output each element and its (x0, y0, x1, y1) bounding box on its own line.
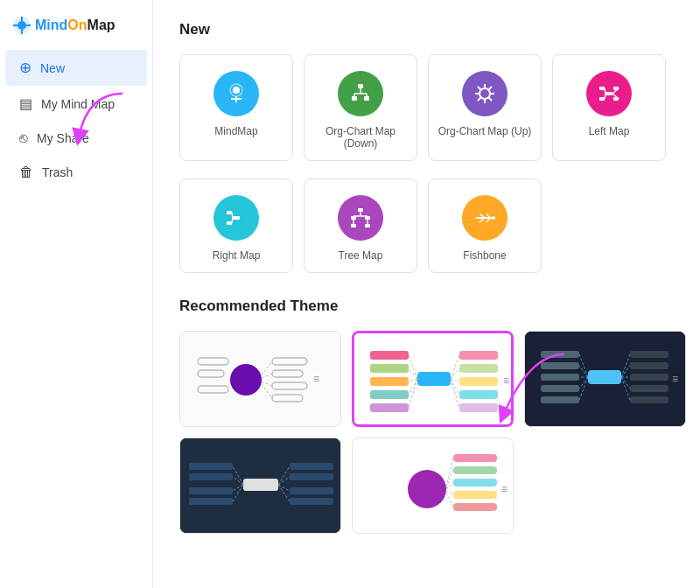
org-chart-up-icon (462, 71, 508, 116)
svg-line-30 (605, 94, 606, 99)
svg-rect-75 (370, 403, 409, 412)
svg-rect-116 (243, 479, 278, 491)
tree-map-label: Tree Map (339, 249, 383, 262)
svg-rect-85 (459, 403, 498, 412)
my-share-icon: ⎋ (19, 130, 28, 146)
svg-point-56 (230, 364, 262, 396)
sidebar-item-my-mind-map[interactable]: ▤ My Mind Map (5, 87, 147, 121)
svg-rect-40 (358, 208, 363, 212)
svg-rect-97 (541, 385, 579, 392)
svg-line-29 (605, 88, 606, 94)
svg-rect-26 (606, 92, 612, 95)
mindmap-icon (214, 71, 259, 116)
map-card-tree-map[interactable]: Tree Map (304, 178, 417, 273)
svg-rect-106 (630, 374, 668, 381)
svg-text:≡: ≡ (313, 373, 319, 385)
svg-rect-98 (541, 396, 579, 403)
svg-rect-118 (189, 473, 233, 480)
svg-rect-108 (630, 396, 668, 403)
sidebar: MindOnMap ⊕ New ▤ My Mind Map ⎋ My Share… (0, 0, 153, 588)
new-section-title: New (179, 21, 674, 38)
svg-line-39 (232, 218, 233, 223)
left-map-icon (586, 71, 632, 116)
svg-text:≡: ≡ (503, 374, 509, 387)
svg-rect-73 (370, 377, 409, 386)
svg-rect-37 (227, 221, 232, 225)
right-map-icon (214, 195, 259, 241)
svg-rect-117 (189, 463, 233, 470)
map-card-org-down[interactable]: Org-Chart Map (Down) (304, 54, 417, 161)
theme-card-4[interactable] (179, 438, 341, 534)
svg-rect-28 (599, 97, 605, 101)
map-card-fishbone[interactable]: Fishbone (428, 178, 542, 273)
svg-rect-139 (453, 503, 497, 511)
svg-rect-70 (417, 372, 451, 386)
theme-grid: ≡ (179, 331, 674, 534)
svg-rect-95 (541, 362, 579, 369)
org-chart-up-label: Org-Chart Map (Up) (438, 125, 532, 137)
my-mind-map-icon: ▤ (19, 95, 32, 112)
logo: MindOnMap (0, 9, 152, 49)
svg-line-22 (478, 87, 481, 90)
svg-text:≡: ≡ (501, 483, 508, 495)
svg-point-134 (408, 470, 446, 508)
svg-rect-94 (541, 351, 579, 358)
svg-text:≡: ≡ (672, 373, 678, 385)
svg-rect-125 (290, 463, 333, 470)
svg-point-17 (480, 88, 490, 99)
theme-card-5[interactable]: ≡ (352, 438, 514, 534)
org-chart-down-label: Org-Chart Map (Down) (313, 125, 408, 150)
svg-line-23 (489, 87, 493, 90)
svg-rect-43 (351, 224, 356, 228)
new-icon: ⊕ (19, 59, 32, 77)
svg-rect-84 (459, 390, 498, 399)
svg-rect-71 (370, 351, 409, 360)
svg-rect-93 (588, 370, 621, 384)
svg-rect-83 (459, 377, 498, 386)
svg-rect-119 (189, 487, 233, 494)
svg-rect-11 (352, 96, 357, 101)
sidebar-item-new[interactable]: ⊕ New (5, 50, 147, 86)
svg-rect-138 (453, 491, 497, 499)
org-chart-down-icon (338, 71, 383, 116)
svg-rect-137 (453, 479, 497, 486)
svg-rect-35 (233, 216, 240, 220)
sidebar-item-new-label: New (40, 61, 65, 75)
svg-rect-136 (453, 466, 497, 474)
sidebar-item-trash-label: Trash (42, 165, 73, 179)
sidebar-item-my-share-label: My Share (37, 131, 89, 145)
svg-rect-128 (290, 498, 333, 505)
map-card-right-map[interactable]: Right Map (179, 178, 293, 273)
svg-rect-104 (630, 351, 668, 358)
trash-icon: 🗑 (19, 164, 33, 180)
map-grid-row1: MindMap Org-Chart Map (Down) (179, 54, 674, 161)
svg-line-24 (478, 98, 481, 102)
svg-point-1 (18, 21, 26, 30)
sidebar-item-my-share[interactable]: ⎋ My Share (5, 122, 147, 155)
theme-card-3[interactable]: ≡ (524, 331, 686, 427)
svg-point-54 (492, 216, 495, 220)
logo-icon (12, 16, 32, 35)
svg-line-25 (489, 98, 493, 102)
fishbone-icon (462, 195, 508, 241)
svg-rect-135 (453, 454, 497, 462)
svg-rect-72 (370, 364, 409, 373)
mindmap-label: MindMap (214, 125, 257, 137)
logo-text: MindOnMap (35, 18, 116, 33)
theme-card-1[interactable]: ≡ (179, 331, 341, 427)
map-card-mindmap[interactable]: MindMap (179, 54, 293, 161)
map-card-left-map[interactable]: Left Map (552, 54, 666, 161)
map-card-org-up[interactable]: Org-Chart Map (Up) (428, 54, 542, 161)
sidebar-item-trash[interactable]: 🗑 Trash (5, 156, 147, 189)
theme-card-2[interactable]: ≡ (352, 331, 514, 427)
svg-rect-82 (459, 364, 498, 373)
svg-rect-96 (541, 374, 579, 381)
svg-rect-10 (358, 84, 363, 88)
svg-rect-126 (290, 473, 333, 480)
recommended-theme-title: Recommended Theme (179, 298, 674, 315)
svg-rect-107 (630, 385, 668, 392)
svg-rect-44 (365, 224, 370, 228)
svg-rect-81 (459, 351, 498, 360)
left-map-label: Left Map (589, 125, 630, 137)
svg-line-38 (232, 213, 233, 218)
